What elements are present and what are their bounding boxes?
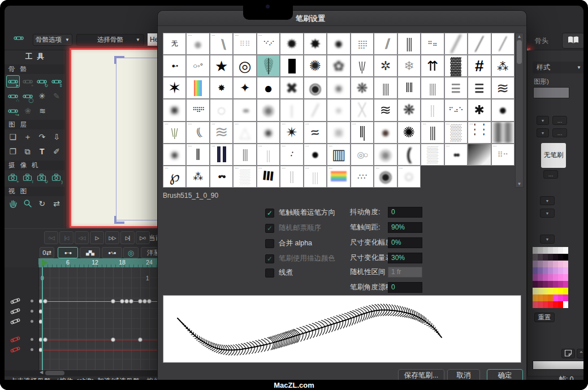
palette-swatch[interactable] bbox=[533, 281, 538, 288]
brush-cell-blob-soft[interactable]: ...● bbox=[186, 33, 209, 55]
stroke-dropdown[interactable]: ▼ bbox=[537, 116, 549, 125]
brush-cell-swirl[interactable]: ...℘ bbox=[163, 166, 186, 188]
palette-swatch[interactable] bbox=[563, 288, 568, 294]
tool-bind-layer[interactable]: ↪ bbox=[6, 105, 20, 117]
playback-play-loop-button[interactable]: ▷○ bbox=[136, 231, 150, 244]
channel-icon-bone-rotate-selected[interactable] bbox=[10, 335, 20, 345]
palette-swatch[interactable] bbox=[553, 261, 558, 267]
tool-pan-view[interactable] bbox=[6, 197, 20, 210]
effect-dropdown-2[interactable]: ▼ bbox=[540, 209, 555, 218]
brush-cell-leaves-dark[interactable]: ...≈ bbox=[304, 122, 327, 144]
checkbox-4[interactable] bbox=[265, 268, 274, 278]
playback-go-start-button[interactable]: |◁ bbox=[59, 231, 74, 244]
brush-cell-v-faint[interactable]: || bbox=[421, 99, 444, 121]
palette-swatch[interactable] bbox=[543, 274, 548, 281]
tool-rotate-view[interactable]: ↻ bbox=[36, 197, 49, 210]
palette-swatch[interactable] bbox=[558, 294, 563, 301]
palette-swatch[interactable] bbox=[548, 254, 553, 261]
brush-cell-speckle-ring[interactable]: ✱ bbox=[468, 99, 491, 121]
palette-swatch[interactable] bbox=[548, 301, 553, 308]
brush-cell-arrows-up[interactable]: ⇈ bbox=[421, 55, 444, 77]
tool-add-bone[interactable]: + bbox=[21, 75, 34, 88]
palette-swatch[interactable] bbox=[533, 301, 538, 308]
palette-swatch[interactable] bbox=[533, 294, 538, 301]
tool-zoom-camera[interactable]: ↕ bbox=[21, 171, 34, 184]
brush-cell-hdark[interactable]: ≡ bbox=[468, 77, 491, 99]
brush-cell-organic-dark[interactable]: ✿ bbox=[327, 55, 350, 77]
keyframe[interactable] bbox=[129, 299, 133, 304]
tool-transform-bone[interactable]: ⇕ bbox=[50, 75, 63, 88]
keyframe[interactable] bbox=[43, 299, 47, 304]
tool-zoom-view[interactable] bbox=[21, 197, 34, 210]
tool-wind-dynamics[interactable]: ≋ bbox=[36, 105, 49, 117]
selection-corner-topleft[interactable] bbox=[114, 56, 124, 64]
palette-swatch[interactable] bbox=[563, 281, 568, 288]
brush-grid-scrollbar[interactable]: ▲ ▼ bbox=[515, 33, 524, 188]
brush-cell-snow-twig[interactable]: ✲ bbox=[374, 55, 397, 77]
palette-swatch[interactable] bbox=[538, 281, 543, 288]
collapse-button[interactable]: ⌃ bbox=[577, 349, 583, 358]
palette-swatch[interactable] bbox=[533, 288, 538, 294]
checkbox-1[interactable]: ✓ bbox=[265, 224, 274, 233]
palette-swatch[interactable] bbox=[558, 288, 563, 294]
palette-swatch[interactable] bbox=[538, 274, 543, 281]
brush-cell-strip-lines[interactable]: ...▥ bbox=[327, 144, 350, 166]
field-input-2[interactable]: 0% bbox=[388, 237, 422, 248]
palette-swatch[interactable] bbox=[553, 247, 558, 254]
palette-swatch[interactable] bbox=[558, 254, 563, 261]
palette-swatch[interactable] bbox=[558, 267, 563, 274]
brush-cell-vblack[interactable]: ...‖ bbox=[186, 144, 209, 166]
palette-swatch[interactable] bbox=[553, 288, 558, 294]
brush-cell-vstrokes-dark[interactable]: ||| bbox=[397, 33, 421, 55]
palette-swatch[interactable] bbox=[563, 254, 568, 261]
palette-swatch[interactable] bbox=[533, 247, 538, 254]
brush-cell-diag-soft[interactable]: ╱ bbox=[444, 33, 468, 55]
brush-cell-streaks-faint[interactable]: ...|| bbox=[280, 166, 303, 188]
palette-swatch[interactable] bbox=[563, 247, 568, 254]
keyframe[interactable] bbox=[111, 337, 115, 342]
brush-cell-rings[interactable]: ○◦° bbox=[186, 55, 209, 77]
brush-cell-vgray[interactable]: ||| bbox=[233, 144, 256, 166]
brush-cell-spray-dots[interactable]: ∴∵ bbox=[351, 166, 374, 188]
tool-flexi-bind[interactable]: ❀ bbox=[21, 105, 34, 117]
brush-cell-scribble-ball[interactable]: ❋ bbox=[351, 77, 374, 99]
brush-cell-circle-tex[interactable]: ◌ bbox=[210, 99, 233, 121]
brush-cell-grass-dark[interactable]: \|/ bbox=[351, 55, 374, 77]
tool-pan-tilt-camera[interactable]: ) bbox=[50, 171, 63, 184]
brush-cell-circle-black[interactable]: ● bbox=[257, 77, 280, 99]
brush-cell-rough-black[interactable]: ...Ⅲ bbox=[257, 166, 280, 188]
checkbox-0[interactable]: ✓ bbox=[265, 209, 274, 218]
brush-cell-hgray[interactable]: ≡ bbox=[444, 77, 468, 99]
tool-bind-points[interactable]: ∴ bbox=[6, 90, 20, 102]
keyframe[interactable] bbox=[124, 299, 129, 304]
fill-color-swatch[interactable] bbox=[533, 87, 569, 98]
tool-text-tool[interactable]: T bbox=[36, 145, 49, 158]
brush-cell-blots[interactable]: ⁂ bbox=[186, 166, 209, 188]
brush-cell-star[interactable]: ★ bbox=[210, 55, 233, 77]
palette-swatch[interactable] bbox=[533, 254, 538, 261]
palette-swatch[interactable] bbox=[548, 247, 553, 254]
tool-new-layer[interactable]: ❏ bbox=[6, 131, 20, 143]
brush-cell-vstrokes2[interactable]: ...||| bbox=[421, 122, 444, 144]
field-input-4[interactable]: 1 fr bbox=[388, 267, 422, 278]
brush-cell-vdark[interactable]: ‖‖ bbox=[397, 77, 421, 99]
brush-cell-dot2[interactable]: ...∶ bbox=[280, 144, 303, 166]
palette-swatch[interactable] bbox=[548, 281, 553, 288]
brush-cell-dotted-strip[interactable]: ▓ bbox=[444, 55, 468, 77]
palette-swatch[interactable] bbox=[548, 274, 553, 281]
tool-flip-layer[interactable]: ❐ bbox=[6, 145, 20, 158]
playback-step-forward-button[interactable]: ▷▷ bbox=[105, 231, 119, 244]
palette-swatch[interactable] bbox=[543, 247, 548, 254]
brush-more-button[interactable]: ... bbox=[543, 170, 558, 179]
brush-cell-dots-gray[interactable]: ⣿⡿ bbox=[351, 33, 374, 55]
palette-swatch[interactable] bbox=[543, 294, 548, 301]
brush-cell-spiky[interactable]: ...✴ bbox=[280, 122, 303, 144]
brush-cell-dot-burst[interactable]: ✸ bbox=[210, 77, 233, 99]
brush-cell-splat2[interactable]: ⁂ bbox=[491, 55, 514, 77]
palette-swatch[interactable] bbox=[553, 254, 558, 261]
palette-swatch[interactable] bbox=[538, 294, 543, 301]
brush-cell-grass-green[interactable]: ...\|/ bbox=[163, 122, 186, 144]
brush-cell-x-smudge[interactable]: ✖ bbox=[280, 77, 303, 99]
style-header-dropdown[interactable]: 样式 ▼ bbox=[533, 62, 583, 73]
keyframe[interactable] bbox=[147, 299, 152, 304]
